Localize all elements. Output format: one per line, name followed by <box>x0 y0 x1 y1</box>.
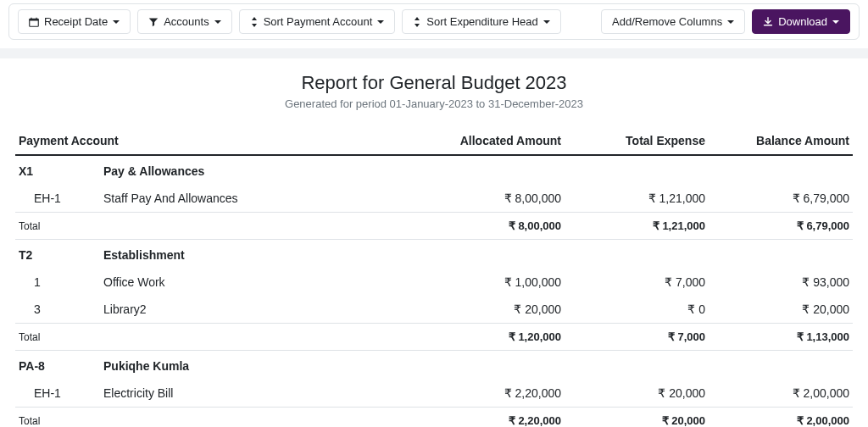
row-label: Office Work <box>100 269 420 296</box>
row-allocated: ₹ 2,20,000 <box>420 380 565 408</box>
row-balance: ₹ 2,00,000 <box>709 380 853 408</box>
table-row: EH-1Electricity Bill₹ 2,20,000₹ 20,000₹ … <box>15 380 853 408</box>
total-balance: ₹ 6,79,000 <box>709 213 853 240</box>
sort-payment-account-dropdown[interactable]: Sort Payment Account <box>239 9 396 34</box>
sort-icon <box>413 17 421 27</box>
row-code: EH-1 <box>15 185 100 213</box>
caret-down-icon <box>727 20 734 24</box>
row-balance: ₹ 6,79,000 <box>709 185 853 213</box>
filter-icon <box>148 17 159 27</box>
table-header-row: Payment Account Allocated Amount Total E… <box>15 127 853 155</box>
toolbar-left: Receipt Date Accounts Sort Payment Accou… <box>18 9 561 34</box>
receipt-date-label: Receipt Date <box>44 15 108 28</box>
sort-expenditure-head-label: Sort Expenditure Head <box>426 15 538 28</box>
download-label: Download <box>778 15 827 28</box>
col-total-expense: Total Expense <box>565 127 709 155</box>
row-label: Staff Pay And Allowances <box>100 185 420 213</box>
caret-down-icon <box>377 20 384 24</box>
total-allocated: ₹ 2,20,000 <box>420 408 565 428</box>
total-expense: ₹ 20,000 <box>565 408 709 428</box>
group-code: X1 <box>15 155 100 185</box>
row-code: 3 <box>15 296 100 324</box>
col-payment-account: Payment Account <box>15 127 420 155</box>
row-label: Library2 <box>100 296 420 324</box>
download-icon <box>763 17 773 27</box>
row-expense: ₹ 1,21,000 <box>565 185 709 213</box>
report-area: Report for General Budget 2023 Generated… <box>0 58 868 427</box>
total-balance: ₹ 1,13,000 <box>709 324 853 351</box>
group-header-row: X1Pay & Allowances <box>15 155 853 185</box>
caret-down-icon <box>113 20 120 24</box>
total-allocated: ₹ 8,00,000 <box>420 213 565 240</box>
add-remove-columns-dropdown[interactable]: Add/Remove Columns <box>601 9 745 34</box>
report-subtitle: Generated for period 01-January-2023 to … <box>15 97 853 110</box>
total-balance: ₹ 2,00,000 <box>709 408 853 428</box>
table-row: 1Office Work₹ 1,00,000₹ 7,000₹ 93,000 <box>15 269 853 296</box>
sort-icon <box>250 17 259 27</box>
table-row: EH-1Staff Pay And Allowances₹ 8,00,000₹ … <box>15 185 853 213</box>
row-label: Electricity Bill <box>100 380 420 408</box>
accounts-dropdown[interactable]: Accounts <box>137 9 231 34</box>
row-allocated: ₹ 20,000 <box>420 296 565 324</box>
row-allocated: ₹ 1,00,000 <box>420 269 565 296</box>
row-expense: ₹ 0 <box>565 296 709 324</box>
group-code: T2 <box>15 240 100 269</box>
toolbar-right: Add/Remove Columns Download <box>601 9 850 34</box>
download-button[interactable]: Download <box>752 9 850 34</box>
group-total-row: Total₹ 2,20,000₹ 20,000₹ 2,00,000 <box>15 408 853 428</box>
row-balance: ₹ 20,000 <box>709 296 853 324</box>
total-label: Total <box>15 324 420 351</box>
svg-rect-1 <box>30 19 39 20</box>
row-expense: ₹ 20,000 <box>565 380 709 408</box>
group-total-row: Total₹ 8,00,000₹ 1,21,000₹ 6,79,000 <box>15 213 853 240</box>
group-header-row: PA-8Pukiqhe Kumla <box>15 351 853 380</box>
toolbar: Receipt Date Accounts Sort Payment Accou… <box>8 3 860 40</box>
total-expense: ₹ 1,21,000 <box>565 213 709 240</box>
receipt-date-dropdown[interactable]: Receipt Date <box>18 9 131 34</box>
row-expense: ₹ 7,000 <box>565 269 709 296</box>
caret-down-icon <box>832 20 839 24</box>
report-table: Payment Account Allocated Amount Total E… <box>15 127 853 427</box>
report-title: Report for General Budget 2023 <box>15 72 853 94</box>
total-label: Total <box>15 213 420 240</box>
total-expense: ₹ 7,000 <box>565 324 709 351</box>
total-label: Total <box>15 408 420 428</box>
row-code: EH-1 <box>15 380 100 408</box>
group-name: Establishment <box>100 240 853 269</box>
row-code: 1 <box>15 269 100 296</box>
accounts-label: Accounts <box>164 15 209 28</box>
sort-payment-account-label: Sort Payment Account <box>264 15 373 28</box>
group-name: Pukiqhe Kumla <box>100 351 853 380</box>
sort-expenditure-head-dropdown[interactable]: Sort Expenditure Head <box>402 9 561 34</box>
row-balance: ₹ 93,000 <box>709 269 853 296</box>
caret-down-icon <box>543 20 550 24</box>
row-allocated: ₹ 8,00,000 <box>420 185 565 213</box>
group-name: Pay & Allowances <box>100 155 853 185</box>
col-balance-amount: Balance Amount <box>709 127 853 155</box>
col-allocated-amount: Allocated Amount <box>420 127 565 155</box>
group-code: PA-8 <box>15 351 100 380</box>
caret-down-icon <box>214 20 221 24</box>
calendar-icon <box>29 17 39 27</box>
total-allocated: ₹ 1,20,000 <box>420 324 565 351</box>
add-remove-columns-label: Add/Remove Columns <box>612 15 722 28</box>
table-row: 3Library2₹ 20,000₹ 0₹ 20,000 <box>15 296 853 324</box>
group-total-row: Total₹ 1,20,000₹ 7,000₹ 1,13,000 <box>15 324 853 351</box>
separator-bar <box>0 48 868 58</box>
group-header-row: T2Establishment <box>15 240 853 269</box>
